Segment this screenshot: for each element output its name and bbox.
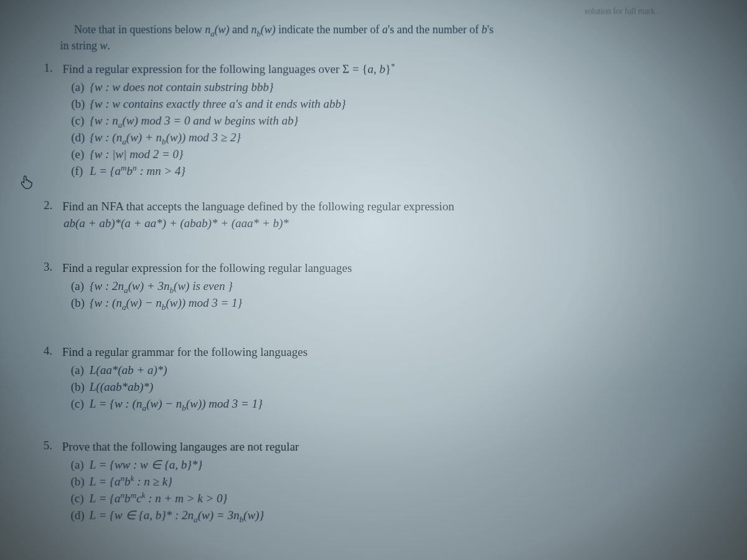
question-5: Prove that the following langauges are n… — [43, 439, 713, 524]
q1f: L = {ambn : mn > 4} — [71, 163, 713, 180]
q5b: L = {anbk : n ≥ k} — [71, 474, 714, 490]
question-list: Find a regular expression for the follow… — [43, 62, 713, 524]
q3-prompt: Find a regular expression for the follow… — [62, 260, 713, 277]
q1c: {w : na(w) mod 3 = 0 and w begins with a… — [71, 113, 713, 129]
q5d: L = {w ∈ {a, b}* : 2na(w) = 3nb(w)} — [71, 507, 714, 524]
header-fragment: solution for full mark. — [585, 7, 657, 17]
q5-prompt: Prove that the following langauges are n… — [62, 439, 714, 455]
q4-prompt: Find a regular grammar for the following… — [62, 344, 713, 361]
q2-expression: ab(a + ab)*(a + aa*) + (abab)* + (aaa* +… — [63, 217, 713, 230]
q1-prompt: Find a regular expression for the follow… — [62, 62, 713, 78]
q5a: L = {ww : w ∈ {a, b}*} — [71, 457, 714, 474]
q3b: {w : (na(w) − nb(w)) mod 3 = 1} — [71, 295, 713, 312]
q4a: L(aa*(ab + a)*) — [71, 362, 713, 379]
q1d: {w : (na(w) + nb(w)) mod 3 ≥ 2} — [71, 129, 713, 146]
q4c: L = {w : (na(w) − nb(w)) mod 3 = 1} — [71, 396, 714, 413]
q4b: L((aab*ab)*) — [71, 379, 713, 396]
q3a: {w : 2na(w) + 3nb(w) is even } — [71, 278, 713, 295]
q1e: {w : |w| mod 2 = 0} — [71, 146, 713, 163]
question-1: Find a regular expression for the follow… — [44, 62, 713, 180]
intro-note: Note that in questions below na(w) and n… — [60, 21, 713, 54]
hand-pointer-icon — [17, 173, 35, 190]
question-4: Find a regular grammar for the following… — [44, 344, 714, 413]
question-2: Find an NFA that accepts the language de… — [44, 198, 713, 230]
q5c: L = {anbmck : n + m > k > 0} — [71, 490, 714, 507]
q1a: {w : w does not contain substring bbb} — [71, 79, 713, 96]
q1b: {w : w contains exactly three a's and it… — [71, 96, 713, 113]
question-3: Find a regular expression for the follow… — [44, 260, 713, 312]
document-page: solution for full mark. Note that in que… — [33, 9, 713, 560]
q2-prompt: Find an NFA that accepts the language de… — [62, 198, 713, 215]
